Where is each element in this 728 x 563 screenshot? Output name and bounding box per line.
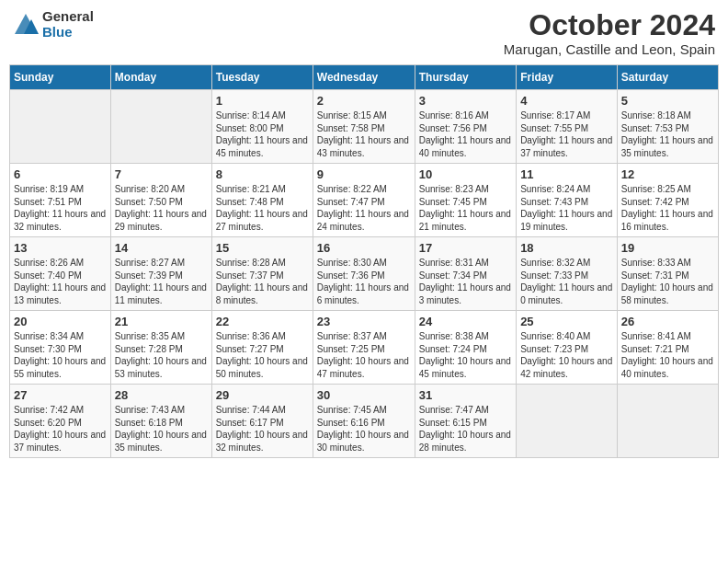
day-cell: 7Sunrise: 8:20 AM Sunset: 7:50 PM Daylig…	[110, 164, 211, 237]
calendar-body: 1Sunrise: 8:14 AM Sunset: 8:00 PM Daylig…	[10, 90, 719, 458]
day-info: Sunrise: 8:15 AM Sunset: 7:58 PM Dayligh…	[317, 109, 411, 159]
logo-icon	[13, 12, 39, 38]
day-cell: 20Sunrise: 8:34 AM Sunset: 7:30 PM Dayli…	[10, 311, 111, 385]
day-info: Sunrise: 7:43 AM Sunset: 6:18 PM Dayligh…	[115, 404, 208, 454]
day-info: Sunrise: 8:36 AM Sunset: 7:27 PM Dayligh…	[216, 330, 309, 380]
day-cell: 14Sunrise: 8:27 AM Sunset: 7:39 PM Dayli…	[110, 237, 211, 311]
week-row: 6Sunrise: 8:19 AM Sunset: 7:51 PM Daylig…	[10, 164, 719, 237]
day-cell: 11Sunrise: 8:24 AM Sunset: 7:43 PM Dayli…	[517, 164, 618, 237]
day-cell: 23Sunrise: 8:37 AM Sunset: 7:25 PM Dayli…	[313, 311, 415, 385]
day-info: Sunrise: 8:23 AM Sunset: 7:45 PM Dayligh…	[419, 183, 512, 233]
day-info: Sunrise: 8:28 AM Sunset: 7:37 PM Dayligh…	[216, 257, 309, 306]
day-cell: 21Sunrise: 8:35 AM Sunset: 7:28 PM Dayli…	[110, 311, 211, 385]
week-row: 1Sunrise: 8:14 AM Sunset: 8:00 PM Daylig…	[10, 90, 719, 164]
day-number: 10	[419, 167, 512, 181]
logo-general-text: General	[42, 9, 94, 25]
week-row: 13Sunrise: 8:26 AM Sunset: 7:40 PM Dayli…	[10, 237, 719, 311]
day-info: Sunrise: 8:35 AM Sunset: 7:28 PM Dayligh…	[115, 330, 208, 380]
day-cell: 22Sunrise: 8:36 AM Sunset: 7:27 PM Dayli…	[211, 311, 313, 385]
day-info: Sunrise: 7:42 AM Sunset: 6:20 PM Dayligh…	[14, 404, 107, 454]
day-cell: 24Sunrise: 8:38 AM Sunset: 7:24 PM Dayli…	[415, 311, 516, 385]
day-info: Sunrise: 8:41 AM Sunset: 7:21 PM Dayligh…	[621, 330, 714, 380]
day-number: 9	[317, 167, 411, 181]
day-info: Sunrise: 8:40 AM Sunset: 7:23 PM Dayligh…	[520, 330, 613, 380]
location-title: Marugan, Castille and Leon, Spain	[504, 41, 715, 57]
day-cell: 29Sunrise: 7:44 AM Sunset: 6:17 PM Dayli…	[211, 385, 313, 458]
header-cell-saturday: Saturday	[617, 65, 718, 90]
day-info: Sunrise: 8:20 AM Sunset: 7:50 PM Dayligh…	[115, 183, 208, 233]
day-number: 28	[115, 388, 208, 402]
day-number: 19	[621, 241, 714, 255]
day-cell: 27Sunrise: 7:42 AM Sunset: 6:20 PM Dayli…	[10, 385, 111, 458]
calendar-header: SundayMondayTuesdayWednesdayThursdayFrid…	[10, 65, 719, 90]
header-cell-tuesday: Tuesday	[211, 65, 313, 90]
calendar-table: SundayMondayTuesdayWednesdayThursdayFrid…	[9, 64, 719, 458]
day-number: 30	[317, 388, 411, 402]
day-number: 16	[317, 241, 411, 255]
header-cell-friday: Friday	[517, 65, 618, 90]
header-cell-thursday: Thursday	[415, 65, 516, 90]
day-number: 4	[520, 94, 613, 108]
day-info: Sunrise: 7:47 AM Sunset: 6:15 PM Dayligh…	[419, 404, 512, 454]
day-number: 13	[14, 241, 107, 255]
day-number: 22	[216, 315, 309, 328]
day-number: 11	[520, 167, 613, 181]
day-number: 3	[419, 94, 512, 108]
day-info: Sunrise: 8:18 AM Sunset: 7:53 PM Dayligh…	[621, 109, 714, 159]
month-title: October 2024	[504, 9, 715, 41]
day-info: Sunrise: 8:33 AM Sunset: 7:31 PM Dayligh…	[621, 257, 714, 306]
day-cell: 30Sunrise: 7:45 AM Sunset: 6:16 PM Dayli…	[313, 385, 415, 458]
header-row: SundayMondayTuesdayWednesdayThursdayFrid…	[10, 65, 719, 90]
day-number: 14	[115, 241, 208, 255]
day-number: 17	[419, 241, 512, 255]
day-info: Sunrise: 7:44 AM Sunset: 6:17 PM Dayligh…	[216, 404, 309, 454]
day-cell	[110, 90, 211, 164]
day-cell: 12Sunrise: 8:25 AM Sunset: 7:42 PM Dayli…	[617, 164, 718, 237]
header-cell-monday: Monday	[110, 65, 211, 90]
day-cell: 25Sunrise: 8:40 AM Sunset: 7:23 PM Dayli…	[517, 311, 618, 385]
day-info: Sunrise: 8:22 AM Sunset: 7:47 PM Dayligh…	[317, 183, 411, 233]
day-cell: 26Sunrise: 8:41 AM Sunset: 7:21 PM Dayli…	[617, 311, 718, 385]
day-number: 1	[216, 94, 309, 108]
day-number: 31	[419, 388, 512, 402]
day-number: 25	[520, 315, 613, 328]
day-cell	[617, 385, 718, 458]
day-cell: 15Sunrise: 8:28 AM Sunset: 7:37 PM Dayli…	[211, 237, 313, 311]
day-number: 7	[115, 167, 208, 181]
day-cell: 19Sunrise: 8:33 AM Sunset: 7:31 PM Dayli…	[617, 237, 718, 311]
day-cell: 18Sunrise: 8:32 AM Sunset: 7:33 PM Dayli…	[517, 237, 618, 311]
day-number: 8	[216, 167, 309, 181]
week-row: 20Sunrise: 8:34 AM Sunset: 7:30 PM Dayli…	[10, 311, 719, 385]
day-info: Sunrise: 8:24 AM Sunset: 7:43 PM Dayligh…	[520, 183, 613, 233]
day-info: Sunrise: 8:32 AM Sunset: 7:33 PM Dayligh…	[520, 257, 613, 306]
day-info: Sunrise: 8:21 AM Sunset: 7:48 PM Dayligh…	[216, 183, 309, 233]
day-cell: 1Sunrise: 8:14 AM Sunset: 8:00 PM Daylig…	[211, 90, 313, 164]
day-info: Sunrise: 8:14 AM Sunset: 8:00 PM Dayligh…	[216, 109, 309, 159]
day-number: 12	[621, 167, 714, 181]
day-info: Sunrise: 8:34 AM Sunset: 7:30 PM Dayligh…	[14, 330, 107, 380]
day-cell: 4Sunrise: 8:17 AM Sunset: 7:55 PM Daylig…	[517, 90, 618, 164]
day-number: 23	[317, 315, 411, 328]
day-number: 24	[419, 315, 512, 328]
week-row: 27Sunrise: 7:42 AM Sunset: 6:20 PM Dayli…	[10, 385, 719, 458]
logo: General Blue	[13, 9, 94, 40]
day-number: 20	[14, 315, 107, 328]
day-number: 5	[621, 94, 714, 108]
day-info: Sunrise: 8:37 AM Sunset: 7:25 PM Dayligh…	[317, 330, 411, 380]
day-number: 18	[520, 241, 613, 255]
day-info: Sunrise: 8:27 AM Sunset: 7:39 PM Dayligh…	[115, 257, 208, 306]
day-info: Sunrise: 8:16 AM Sunset: 7:56 PM Dayligh…	[419, 109, 512, 159]
day-info: Sunrise: 8:30 AM Sunset: 7:36 PM Dayligh…	[317, 257, 411, 306]
day-cell: 6Sunrise: 8:19 AM Sunset: 7:51 PM Daylig…	[10, 164, 111, 237]
day-info: Sunrise: 8:17 AM Sunset: 7:55 PM Dayligh…	[520, 109, 613, 159]
logo-blue-text: Blue	[42, 25, 94, 40]
day-cell: 5Sunrise: 8:18 AM Sunset: 7:53 PM Daylig…	[617, 90, 718, 164]
day-cell: 28Sunrise: 7:43 AM Sunset: 6:18 PM Dayli…	[110, 385, 211, 458]
header-cell-sunday: Sunday	[10, 65, 111, 90]
day-info: Sunrise: 8:31 AM Sunset: 7:34 PM Dayligh…	[419, 257, 512, 306]
day-info: Sunrise: 7:45 AM Sunset: 6:16 PM Dayligh…	[317, 404, 411, 454]
day-cell: 17Sunrise: 8:31 AM Sunset: 7:34 PM Dayli…	[415, 237, 516, 311]
day-info: Sunrise: 8:38 AM Sunset: 7:24 PM Dayligh…	[419, 330, 512, 380]
day-cell	[517, 385, 618, 458]
day-number: 2	[317, 94, 411, 108]
